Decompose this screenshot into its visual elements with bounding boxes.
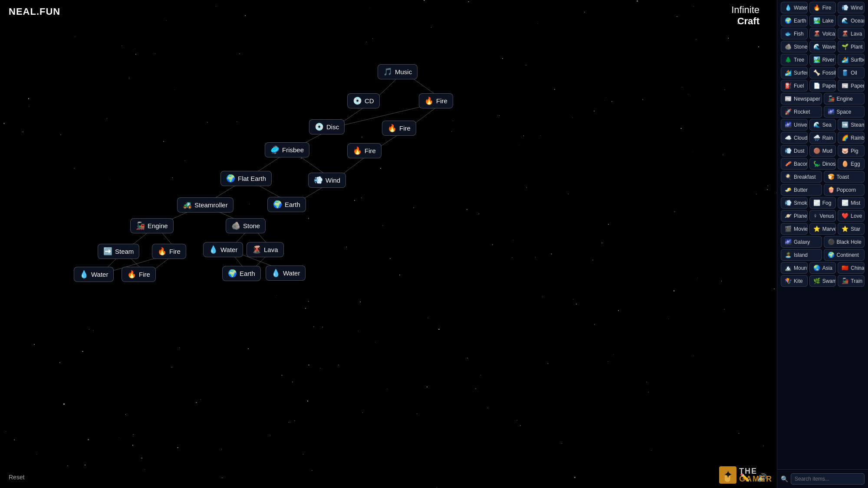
sidebar-item-swamp[interactable]: 🌿Swamp — [809, 275, 836, 287]
sidebar-item-fog[interactable]: 🌫️Fog — [809, 197, 836, 209]
sidebar-item-breakfast[interactable]: 🍳Breakfast — [781, 171, 822, 183]
search-input[interactable] — [791, 473, 865, 485]
sidebar-item-planet[interactable]: 🪐Planet — [781, 210, 808, 222]
node-water3[interactable]: 💧Water — [266, 265, 306, 281]
node-water2[interactable]: 💧Water — [74, 267, 114, 282]
sidebar-emoji-mountain: 🏔️ — [785, 265, 792, 271]
sidebar-item-mist[interactable]: 🌫️Mist — [838, 197, 865, 209]
sidebar-item-pig[interactable]: 🐷Pig — [838, 145, 865, 157]
sidebar-label-wind: Wind — [851, 5, 862, 11]
sidebar-item-surfer[interactable]: 🏄Surfer — [781, 67, 808, 79]
sidebar-item-lava[interactable]: 🌋Lava — [838, 28, 865, 39]
node-flatearth[interactable]: 🌍Flat Earth — [220, 171, 272, 186]
sidebar-item-china[interactable]: 🇨🇳China — [838, 262, 865, 274]
sidebar-item-mountain[interactable]: 🏔️Mountain — [781, 262, 808, 274]
sidebar-item-sea[interactable]: 🌊Sea — [809, 119, 836, 131]
sidebar-item-kite[interactable]: 🪁Kite — [781, 275, 808, 287]
sidebar-item-train[interactable]: 🚂Train — [838, 275, 865, 287]
node-fire4[interactable]: 🔥Fire — [152, 244, 186, 259]
sidebar-item-mud[interactable]: 🟤Mud — [809, 145, 836, 157]
sidebar-item-island[interactable]: 🏝️Island — [781, 249, 822, 261]
sidebar-item-butter[interactable]: 🧈Butter — [781, 184, 822, 196]
sidebar-item-tree[interactable]: 🌲Tree — [781, 54, 808, 66]
sidebar-label-mud: Mud — [822, 148, 832, 154]
sidebar-item-bacon[interactable]: 🥓Bacon — [781, 158, 808, 170]
sidebar-item-river[interactable]: 🏞️River — [809, 54, 836, 66]
sidebar-item-smoke[interactable]: 💨Smoke — [781, 197, 808, 209]
sidebar-item-lake[interactable]: 🏞️Lake — [809, 15, 836, 26]
sidebar-item-movie[interactable]: 🎬Movie — [781, 223, 808, 235]
sidebar-row-2: 🐟Fish🌋Volcano🌋Lava — [781, 28, 865, 39]
sidebar-item-asia[interactable]: 🌏Asia — [809, 262, 836, 274]
sidebar-item-universe[interactable]: 🌌Universe — [781, 119, 808, 131]
node-steam[interactable]: ➡️Steam — [98, 244, 139, 259]
node-steamroller[interactable]: 🚜Steamroller — [177, 197, 233, 213]
sidebar-label-mist: Mist — [851, 200, 860, 206]
node-frisbee[interactable]: 🥏Frisbee — [265, 142, 309, 157]
node-wind[interactable]: 💨Wind — [308, 173, 346, 188]
canvas-area: 🎵Music💿CD🔥Fire💿Disc🔥Fire🔥Fire🥏Frisbee💨Wi… — [0, 0, 777, 488]
sidebar-item-steam[interactable]: ➡️Steam — [838, 119, 865, 131]
sidebar-item-fish[interactable]: 🐟Fish — [781, 28, 808, 39]
node-music[interactable]: 🎵Music — [378, 64, 418, 79]
sidebar-item-dust[interactable]: 💨Dust — [781, 145, 808, 157]
sidebar-item-rain[interactable]: 🌧️Rain — [809, 132, 836, 144]
sidebar-item-popcorn[interactable]: 🍿Popcorn — [824, 184, 865, 196]
sidebar-label-surfboard: Surfboard — [851, 57, 865, 63]
sidebar-item-wave[interactable]: 🌊Wave — [809, 41, 836, 52]
sidebar-item-love[interactable]: ❤️Love — [838, 210, 865, 222]
sidebar-item-stone[interactable]: 🪨Stone — [781, 41, 808, 52]
reset-button[interactable]: Reset — [9, 474, 25, 481]
sidebar-item-surfboard[interactable]: 🏄Surfboard — [838, 54, 865, 66]
sidebar-label-kite: Kite — [794, 278, 803, 284]
sidebar-row-10: ☁️Cloud🌧️Rain🌈Rainbow — [781, 132, 865, 144]
sidebar-emoji-lava: 🌋 — [842, 30, 848, 37]
node-fire1[interactable]: 🔥Fire — [419, 93, 453, 108]
sidebar-item-toast[interactable]: 🍞Toast — [824, 171, 865, 183]
node-label-fire1: Fire — [436, 97, 447, 105]
node-fire2[interactable]: 🔥Fire — [382, 121, 416, 136]
sidebar-item-space[interactable]: 🌌Space — [824, 106, 865, 118]
sidebar-emoji-kite: 🪁 — [785, 278, 792, 284]
sidebar-item-star[interactable]: ⭐Star — [838, 223, 865, 235]
node-emoji-steamroller: 🚜 — [183, 200, 192, 210]
sidebar-item-egg[interactable]: 🥚Egg — [838, 158, 865, 170]
sidebar-item-volcano[interactable]: 🌋Volcano — [809, 28, 836, 39]
sidebar-item-rocket[interactable]: 🚀Rocket — [781, 106, 822, 118]
watermark-logo-symbol: ✦ — [719, 466, 736, 484]
sidebar-item-black-hole[interactable]: ⚫Black Hole — [824, 236, 865, 248]
sidebar-item-fuel[interactable]: ⛽Fuel — [781, 80, 808, 92]
node-earth1[interactable]: 🌍Earth — [267, 197, 306, 212]
sidebar-item-fire[interactable]: 🔥Fire — [809, 2, 836, 13]
node-lava[interactable]: 🌋Lava — [247, 242, 284, 257]
sidebar-item-earth[interactable]: 🌍Earth — [781, 15, 808, 26]
node-water1[interactable]: 💧Water — [203, 242, 243, 257]
sidebar-item-water[interactable]: 💧Water — [781, 2, 808, 13]
sidebar-label-water: Water — [794, 5, 808, 11]
sidebar-item-dinosaur[interactable]: 🦕Dinosaur — [809, 158, 836, 170]
node-fire3[interactable]: 🔥Fire — [347, 143, 381, 158]
sidebar-item-marvel[interactable]: ⭐Marvel — [809, 223, 836, 235]
sidebar-item-galaxy[interactable]: 🌌Galaxy — [781, 236, 822, 248]
sidebar-item-wind[interactable]: 💨Wind — [838, 2, 865, 13]
node-cd[interactable]: 💿CD — [347, 93, 380, 108]
sidebar-item-rainbow[interactable]: 🌈Rainbow — [838, 132, 865, 144]
sidebar-item-cloud[interactable]: ☁️Cloud — [781, 132, 808, 144]
sidebar-item-fossil[interactable]: 🦴Fossil — [809, 67, 836, 79]
node-fire5[interactable]: 🔥Fire — [122, 267, 156, 282]
node-disc[interactable]: 💿Disc — [309, 119, 345, 134]
sidebar-item-engine[interactable]: 🚂Engine — [824, 93, 865, 105]
node-stone[interactable]: 🪨Stone — [226, 218, 266, 233]
sidebar-item-continent[interactable]: 🌍Continent — [824, 249, 865, 261]
sidebar-item-newspaper[interactable]: 📰Newspaper — [781, 93, 822, 105]
sidebar-item-plant[interactable]: 🌱Plant — [838, 41, 865, 52]
sidebar-item-oil[interactable]: 🛢️Oil — [838, 67, 865, 79]
sidebar-item-paper[interactable]: 📄Paper — [809, 80, 836, 92]
sidebar-item-paperboy[interactable]: 📰Paperboy — [838, 80, 865, 92]
sidebar-item-ocean[interactable]: 🌊Ocean — [838, 15, 865, 26]
node-earth2[interactable]: 🌍Earth — [222, 266, 261, 281]
sidebar-item-venus[interactable]: ♀️Venus — [809, 210, 836, 222]
sidebar-label-river: River — [822, 57, 835, 63]
node-engine1[interactable]: 🚂Engine — [130, 218, 174, 233]
sidebar-row-5: 🏄Surfer🦴Fossil🛢️Oil — [781, 67, 865, 79]
